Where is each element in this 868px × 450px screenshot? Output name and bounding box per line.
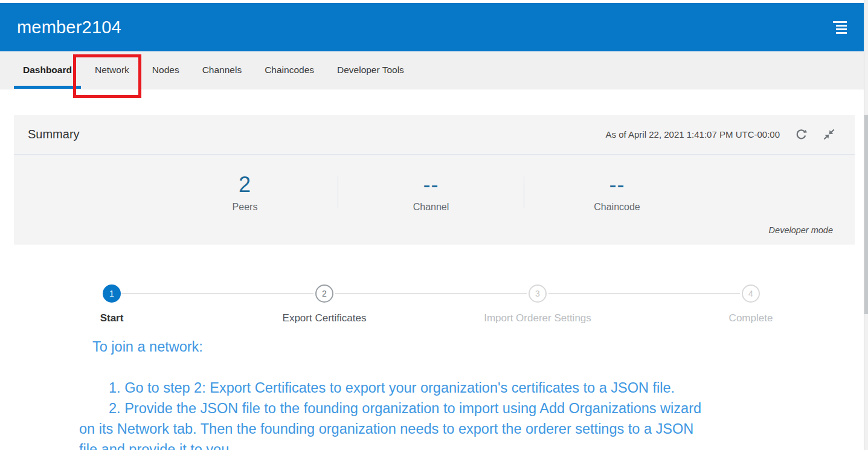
instruction-step-2: 2. Provide the JSON file to the founding… xyxy=(79,398,713,450)
summary-panel: Summary As of April 22, 2021 1:41:07 PM … xyxy=(14,115,855,245)
step-circle-start[interactable]: 1 xyxy=(103,284,121,303)
stat-chaincode: -- Chaincode xyxy=(524,173,710,213)
step-circle-complete: 4 xyxy=(742,284,760,303)
menu-icon[interactable] xyxy=(832,21,847,34)
tab-bar: Dashboard Network Nodes Channels Chainco… xyxy=(0,51,864,89)
wizard-intro: To join a network: xyxy=(79,336,713,357)
menu-icon-bar xyxy=(836,25,847,27)
wizard-stepper: 1 2 3 4 Start Export Certificates Import… xyxy=(0,275,868,335)
stepper-connector xyxy=(548,293,740,294)
wizard-instructions: 1. Go to step 2: Export Certificates to … xyxy=(79,378,713,450)
app-header: member2104 xyxy=(0,3,864,51)
stat-value: -- xyxy=(338,173,524,197)
developer-mode-note: Developer mode xyxy=(769,225,833,235)
stat-channel: -- Channel xyxy=(338,173,524,213)
summary-header: Summary As of April 22, 2021 1:41:07 PM … xyxy=(14,115,855,155)
stat-label: Peers xyxy=(152,202,338,213)
tab-developer-tools[interactable]: Developer Tools xyxy=(328,51,413,89)
stat-label: Chaincode xyxy=(524,202,710,213)
summary-timestamp: As of April 22, 2021 1:41:07 PM UTC-00:0… xyxy=(606,129,780,140)
stat-value: -- xyxy=(524,173,710,197)
step-label-export-certificates[interactable]: Export Certificates xyxy=(228,312,421,324)
tab-dashboard[interactable]: Dashboard xyxy=(14,51,81,89)
collapse-icon[interactable] xyxy=(822,128,835,141)
step-circle-export-certificates[interactable]: 2 xyxy=(315,284,333,303)
stepper-connector xyxy=(121,293,313,294)
tab-nodes[interactable]: Nodes xyxy=(143,51,188,89)
stat-value: 2 xyxy=(152,173,338,197)
menu-icon-bar xyxy=(836,28,847,30)
step-label-import-orderer-settings: Import Orderer Settings xyxy=(441,312,634,324)
scrollbar[interactable] xyxy=(864,0,868,450)
instruction-step-1: 1. Go to step 2: Export Certificates to … xyxy=(79,378,713,398)
summary-stats: 2 Peers -- Channel -- Chaincode xyxy=(152,155,710,213)
tab-channels[interactable]: Channels xyxy=(193,51,251,89)
tab-chaincodes[interactable]: Chaincodes xyxy=(256,51,323,89)
wizard-body: To join a network: 1. Go to step 2: Expo… xyxy=(0,336,713,450)
summary-title: Summary xyxy=(28,127,80,141)
tab-network[interactable]: Network xyxy=(86,51,138,89)
step-label-complete: Complete xyxy=(654,312,847,324)
step-circle-import-orderer-settings: 3 xyxy=(529,284,547,303)
stat-peers: 2 Peers xyxy=(152,173,338,213)
stat-label: Channel xyxy=(338,202,524,213)
menu-icon-bar xyxy=(833,21,847,23)
refresh-icon[interactable] xyxy=(794,128,808,141)
app-title: member2104 xyxy=(17,18,121,37)
stepper-connector xyxy=(335,293,527,294)
scrollbar-thumb[interactable] xyxy=(864,115,868,314)
step-label-start[interactable]: Start xyxy=(15,312,208,324)
menu-icon-bar xyxy=(836,32,847,34)
